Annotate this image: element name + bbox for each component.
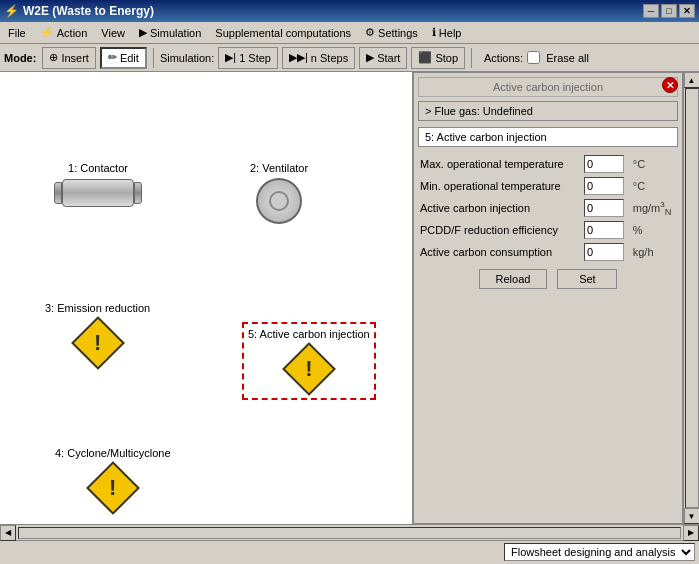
cyclone-warning-icon: ! [88,463,138,513]
properties-table: Max. operational temperature °C Min. ope… [418,153,678,263]
table-row-max-temp: Max. operational temperature °C [418,153,678,175]
component-title-box: 5: Active carbon injection [418,127,678,147]
contactor-label: 1: Contactor [68,162,128,174]
minimize-button[interactable]: ─ [643,4,659,18]
insert-button[interactable]: ⊕ Insert [42,47,96,69]
menu-supplemental[interactable]: Supplemental computations [209,25,357,41]
pcdd-label: PCDD/F reduction efficiency [418,219,582,241]
emission-reduction-component[interactable]: 3: Emission reduction ! [45,302,150,368]
right-panel: Active carbon injection ✕ > Flue gas: Un… [413,72,683,524]
flue-gas-bar[interactable]: > Flue gas: Undefined [418,101,678,121]
carbon-injection-input[interactable] [584,199,624,217]
consumption-unit: kg/h [631,241,678,263]
scroll-up-button[interactable]: ▲ [684,72,700,88]
scroll-down-button[interactable]: ▼ [684,508,700,524]
ventilator-inner [269,191,289,211]
close-button[interactable]: ✕ [679,4,695,18]
ventilator-label: 2: Ventilator [250,162,308,174]
edit-button[interactable]: ✏ Edit [100,47,147,69]
panel-close-button[interactable]: ✕ [662,77,678,93]
actions-label: Actions: [484,52,523,64]
menu-settings[interactable]: ⚙ Settings [359,24,424,41]
insert-icon: ⊕ [49,51,58,64]
ventilator-component[interactable]: 2: Ventilator [250,162,308,224]
menu-bar: File ⚡ Action View ▶ Simulation Suppleme… [0,22,699,44]
scroll-right-button[interactable]: ▶ [683,525,699,541]
reload-button[interactable]: Reload [479,269,548,289]
canvas-area[interactable]: 1: Contactor 2: Ventilator 3: Emission r… [0,72,413,524]
active-carbon-selected-box[interactable]: 5: Active carbon injection ! [242,322,376,400]
main-content: 1: Contactor 2: Ventilator 3: Emission r… [0,72,699,524]
stop-icon: ⬛ [418,51,432,64]
vertical-scrollbar[interactable]: ▲ ▼ [683,72,699,524]
min-temp-input[interactable] [584,177,624,195]
max-temp-label: Max. operational temperature [418,153,582,175]
h-scroll-track[interactable] [18,527,681,539]
max-temp-input[interactable] [584,155,624,173]
action-buttons: Reload Set [418,269,678,289]
erase-checkbox[interactable] [527,51,540,64]
app-icon: ⚡ [4,4,19,18]
consumption-input[interactable] [584,243,624,261]
active-carbon-warning-icon: ! [284,344,334,394]
table-row-consumption: Active carbon consumption kg/h [418,241,678,263]
contactor-component[interactable]: 1: Contactor [50,162,146,208]
horizontal-scrollbar[interactable]: ◀ ▶ [0,524,699,540]
scroll-track[interactable] [685,88,699,508]
cyclone-label: 4: Cyclone/Multicyclone [55,447,171,459]
status-bar: Flowsheet designing and analysis [0,540,699,562]
mode-label: Mode: [4,52,36,64]
consumption-label: Active carbon consumption [418,241,582,263]
pcdd-input[interactable] [584,221,624,239]
min-temp-label: Min. operational temperature [418,175,582,197]
nsteps-icon: ▶▶| [289,51,308,64]
simulation-icon: ▶ [139,26,147,39]
edit-icon: ✏ [108,51,117,64]
set-button[interactable]: Set [557,269,617,289]
menu-view[interactable]: View [95,25,131,41]
carbon-injection-unit: mg/m3N [631,197,678,219]
menu-simulation[interactable]: ▶ Simulation [133,24,207,41]
title-bar-left: ⚡ W2E (Waste to Energy) [4,4,154,18]
scroll-left-button[interactable]: ◀ [0,525,16,541]
action-icon: ⚡ [40,26,54,39]
active-carbon-label: 5: Active carbon injection [248,328,370,340]
cyclone-component[interactable]: 4: Cyclone/Multicyclone ! [55,447,171,513]
help-icon: ℹ [432,26,436,39]
separator1 [153,48,154,68]
start-icon: ▶ [366,51,374,64]
table-row-pcdd: PCDD/F reduction efficiency % [418,219,678,241]
step1-button[interactable]: ▶| 1 Step [218,47,278,69]
window-title: W2E (Waste to Energy) [23,4,154,18]
step1-icon: ▶| [225,51,236,64]
toolbar: Mode: ⊕ Insert ✏ Edit Simulation: ▶| 1 S… [0,44,699,72]
table-row-carbon-injection: Active carbon injection mg/m3N [418,197,678,219]
title-bar-buttons: ─ □ ✕ [643,4,695,18]
erase-label: Erase all [546,52,589,64]
separator2 [471,48,472,68]
ventilator-icon [256,178,302,224]
emission-warning-icon: ! [73,318,123,368]
emission-label: 3: Emission reduction [45,302,150,314]
menu-action[interactable]: ⚡ Action [34,24,94,41]
min-temp-unit: °C [631,175,678,197]
status-select[interactable]: Flowsheet designing and analysis [504,543,695,561]
menu-help[interactable]: ℹ Help [426,24,468,41]
table-row-min-temp: Min. operational temperature °C [418,175,678,197]
menu-file[interactable]: File [2,25,32,41]
active-carbon-component[interactable]: 5: Active carbon injection ! [248,328,370,394]
stop-button[interactable]: ⬛ Stop [411,47,465,69]
title-bar: ⚡ W2E (Waste to Energy) ─ □ ✕ [0,0,699,22]
settings-icon: ⚙ [365,26,375,39]
start-button[interactable]: ▶ Start [359,47,407,69]
max-temp-unit: °C [631,153,678,175]
carbon-injection-label: Active carbon injection [418,197,582,219]
restore-button[interactable]: □ [661,4,677,18]
nsteps-button[interactable]: ▶▶| n Steps [282,47,355,69]
pcdd-unit: % [631,219,678,241]
simulation-label: Simulation: [160,52,214,64]
panel-title: Active carbon injection [418,77,678,97]
